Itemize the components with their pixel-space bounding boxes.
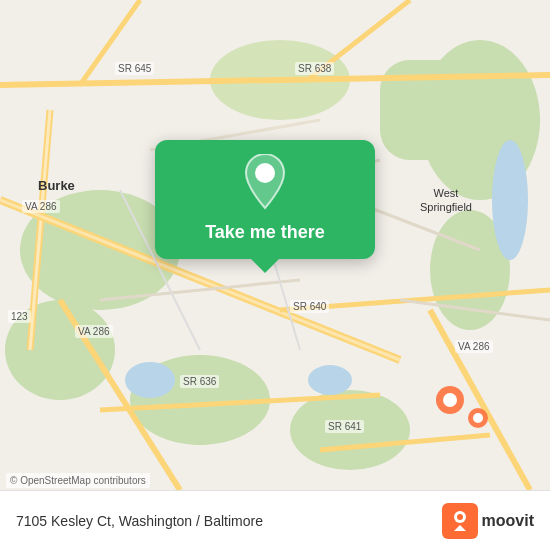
map-container: SR 645 SR 638 VA 286 VA 286 SR 640 SR 63… bbox=[0, 0, 550, 550]
svg-point-38 bbox=[457, 514, 463, 520]
place-label-burke: Burke bbox=[38, 178, 75, 193]
location-pin-icon bbox=[238, 154, 292, 208]
svg-point-32 bbox=[443, 393, 457, 407]
take-me-there-button-label: Take me there bbox=[205, 222, 325, 243]
svg-point-35 bbox=[255, 163, 275, 183]
road-label-sr645: SR 645 bbox=[115, 62, 154, 75]
moovit-logo-icon bbox=[442, 503, 478, 539]
svg-point-9 bbox=[492, 140, 528, 260]
place-label-west-springfield: WestSpringfield bbox=[420, 186, 472, 215]
road-label-sr636: SR 636 bbox=[180, 375, 219, 388]
svg-point-34 bbox=[473, 413, 483, 423]
address-text: 7105 Kesley Ct, Washington / Baltimore bbox=[16, 513, 263, 529]
road-label-va286-bottom: VA 286 bbox=[75, 325, 113, 338]
road-label-sr638: SR 638 bbox=[295, 62, 334, 75]
road-label-sr641: SR 641 bbox=[325, 420, 364, 433]
road-label-va286-right: VA 286 bbox=[455, 340, 493, 353]
map-attribution: © OpenStreetMap contributors bbox=[6, 473, 150, 488]
road-label-sr640: SR 640 bbox=[290, 300, 329, 313]
road-label-va286-left: VA 286 bbox=[22, 200, 60, 213]
bottom-bar: 7105 Kesley Ct, Washington / Baltimore m… bbox=[0, 490, 550, 550]
moovit-text: moovit bbox=[482, 512, 534, 530]
svg-point-10 bbox=[125, 362, 175, 398]
take-me-there-card[interactable]: Take me there bbox=[155, 140, 375, 259]
road-label-123: 123 bbox=[8, 310, 31, 323]
svg-point-11 bbox=[308, 365, 352, 395]
moovit-logo: moovit bbox=[442, 503, 534, 539]
